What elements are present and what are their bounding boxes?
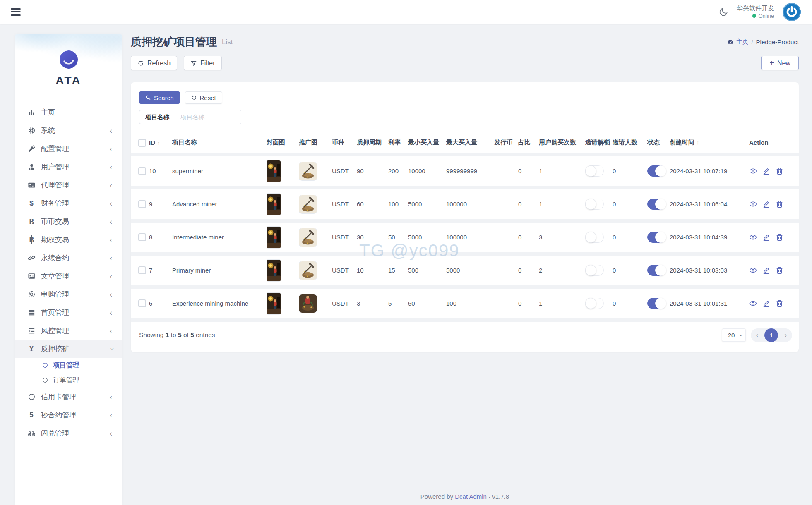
sidebar-item-articles[interactable]: 文章管理 ‹ [15, 267, 122, 285]
col-max-buy: 最大买入量 [446, 132, 494, 155]
search-button[interactable]: Search [139, 91, 180, 104]
cell-ratio: 0 [518, 254, 539, 287]
sidebar-subitem-order-management[interactable]: 订单管理 [15, 373, 122, 388]
reset-button[interactable]: Reset [185, 91, 222, 104]
view-icon[interactable] [749, 167, 757, 175]
edit-icon[interactable] [762, 167, 770, 175]
delete-icon[interactable] [776, 200, 783, 208]
sidebar-item-users[interactable]: 用户管理 ‹ [15, 158, 122, 176]
status-toggle[interactable] [647, 165, 666, 177]
col-pledge-period: 质押周期 [357, 132, 388, 155]
current-page-button[interactable]: 1 [764, 328, 778, 342]
edit-icon[interactable] [762, 200, 770, 208]
page-size-select[interactable]: 20 ‹ [722, 328, 746, 342]
delete-icon[interactable] [776, 299, 783, 307]
sidebar-item-homepage[interactable]: 首页管理 ‹ [15, 303, 122, 321]
status-toggle[interactable] [647, 298, 666, 309]
dark-mode-moon-icon[interactable] [719, 7, 728, 17]
promo-image[interactable] [299, 294, 317, 313]
breadcrumb-current: Pledge-Product [756, 38, 799, 45]
row-checkbox[interactable] [138, 266, 146, 274]
outdent-icon [27, 327, 36, 335]
chevron-left-icon: ‹ [110, 127, 112, 134]
refresh-button[interactable]: Refresh [131, 56, 177, 70]
delete-icon[interactable] [776, 266, 783, 274]
user-icon [27, 163, 36, 171]
breadcrumb-home-link[interactable]: 主页 [727, 38, 748, 46]
sidebar-item-home[interactable]: 主页 [15, 103, 122, 121]
sidebar-item-risk[interactable]: 风控管理 ‹ [15, 321, 122, 340]
status-toggle[interactable] [647, 199, 666, 210]
menu-toggle-icon[interactable] [11, 8, 21, 16]
cover-image[interactable] [267, 194, 281, 215]
view-icon[interactable] [749, 200, 757, 208]
invite-unlock-toggle[interactable] [585, 199, 604, 210]
breadcrumb: 主页 / Pledge-Product [727, 38, 799, 46]
cover-image[interactable] [267, 227, 281, 248]
status-toggle[interactable] [647, 265, 666, 276]
edit-icon[interactable] [762, 266, 770, 274]
col-invite-count: 邀请人数 [613, 132, 647, 155]
sidebar-item-system[interactable]: 系统 ‹ [15, 121, 122, 139]
align-justify-icon [27, 309, 36, 316]
cell-coin: USDT [332, 221, 357, 254]
sidebar-item-second-contract[interactable]: 5 秒合约管理 ‹ [15, 406, 122, 424]
promo-image[interactable] [299, 195, 317, 213]
delete-icon[interactable] [776, 233, 783, 241]
filter-button[interactable]: Filter [184, 56, 222, 70]
sidebar-item-config[interactable]: 配置管理 ‹ [15, 139, 122, 158]
invite-unlock-toggle[interactable] [585, 265, 604, 276]
sidebar-item-perpetual[interactable]: 永续合约 ‹ [15, 249, 122, 267]
cover-image[interactable] [267, 160, 281, 182]
edit-icon[interactable] [762, 299, 770, 307]
sidebar-item-agents[interactable]: 代理管理 ‹ [15, 176, 122, 194]
cell-created-at: 2024-03-31 10:06:04 [670, 188, 749, 221]
avatar[interactable] [782, 2, 801, 22]
cell-rate: 100 [388, 188, 408, 221]
row-checkbox[interactable] [138, 233, 146, 241]
row-checkbox[interactable] [138, 299, 146, 307]
dashboard-icon [727, 38, 734, 45]
sidebar-item-flash-exchange[interactable]: 闪兑管理 ‹ [15, 424, 122, 442]
online-status-dot [752, 14, 756, 18]
sidebar-item-spot-trading[interactable]: B 币币交易 ‹ [15, 212, 122, 230]
online-status-label: Online [758, 12, 774, 20]
sidebar-subitem-project-management[interactable]: 项目管理 [15, 358, 122, 373]
cell-period: 90 [357, 155, 388, 188]
edit-icon[interactable] [762, 233, 770, 241]
row-checkbox[interactable] [138, 167, 146, 175]
sidebar-item-credit-card[interactable]: 信用卡管理 ‹ [15, 388, 122, 406]
view-icon[interactable] [749, 299, 757, 307]
dcat-admin-link[interactable]: Dcat Admin [455, 493, 487, 500]
row-checkbox[interactable] [138, 200, 146, 208]
sidebar: ATA 主页 系统 ‹ 配置管理 ‹ 用户管理 ‹ 代理管理 ‹ $ 财务 [15, 34, 122, 505]
sidebar-item-options-trading[interactable]: B 期权交易 ‹ [15, 230, 122, 249]
view-icon[interactable] [749, 233, 757, 241]
cover-image[interactable] [267, 293, 281, 314]
cell-min-buy: 5000 [408, 221, 446, 254]
chevron-left-icon: ‹ [110, 163, 112, 171]
promo-image[interactable] [299, 228, 317, 247]
select-all-checkbox[interactable] [138, 139, 146, 147]
invite-unlock-toggle[interactable] [585, 165, 604, 177]
sidebar-item-finance[interactable]: $ 财务管理 ‹ [15, 194, 122, 212]
project-name-input[interactable] [175, 110, 241, 124]
promo-image[interactable] [299, 162, 317, 180]
sidebar-item-subscription[interactable]: 申购管理 ‹ [15, 285, 122, 303]
view-icon[interactable] [749, 266, 757, 274]
new-button[interactable]: + New [761, 56, 799, 70]
chevron-left-icon: ‹ [110, 327, 112, 335]
delete-icon[interactable] [776, 167, 783, 175]
next-page-button[interactable]: › [784, 332, 787, 339]
sort-asc-icon[interactable]: ↑ [157, 140, 160, 146]
promo-image[interactable] [299, 261, 317, 280]
cover-image[interactable] [267, 260, 281, 281]
invite-unlock-toggle[interactable] [585, 298, 604, 309]
sort-asc-icon[interactable]: ↑ [697, 139, 699, 146]
invite-unlock-toggle[interactable] [585, 232, 604, 243]
status-toggle[interactable] [647, 232, 666, 243]
prev-page-button[interactable]: ‹ [756, 332, 759, 339]
sidebar-item-pledge-mining[interactable]: ¥ 质押挖矿 ‹ [15, 340, 122, 358]
cell-min-buy: 500 [408, 254, 446, 287]
user-info[interactable]: 华兴软件开发 Online [737, 4, 774, 20]
